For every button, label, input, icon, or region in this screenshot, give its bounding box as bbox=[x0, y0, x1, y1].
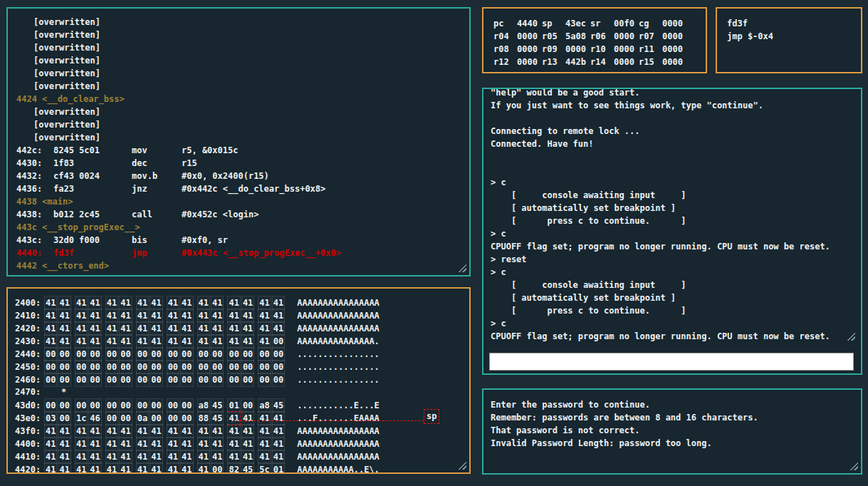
memory-byte: 41 bbox=[136, 424, 149, 438]
register-value: 0000 bbox=[662, 57, 683, 67]
memory-byte: 41 bbox=[272, 309, 285, 323]
memory-ascii: AAAAAAAAAAAAAAAA bbox=[297, 426, 380, 436]
memory-word: 0000 bbox=[227, 360, 255, 374]
memory-byte: 00 bbox=[180, 360, 193, 374]
memory-byte: 00 bbox=[58, 373, 70, 387]
memory-byte: 41 bbox=[180, 450, 193, 464]
register-name: r12 bbox=[493, 56, 517, 68]
memory-byte: 41 bbox=[119, 321, 132, 336]
memory-word: 4141 bbox=[44, 424, 72, 438]
memory-byte: 41 bbox=[136, 437, 149, 451]
memory-byte: 41 bbox=[241, 334, 254, 348]
disassembly-instruction: 442c:8245 5c01movr5, &0x015c bbox=[16, 144, 469, 157]
memory-byte: 00 bbox=[211, 347, 224, 361]
resize-grip-icon[interactable] bbox=[850, 462, 858, 470]
memory-byte: 41 bbox=[75, 450, 88, 464]
memory-byte: 00 bbox=[44, 347, 57, 361]
memory-byte: 41 bbox=[58, 450, 70, 464]
memory-byte: 00 bbox=[167, 347, 179, 361]
memory-byte: 00 bbox=[75, 347, 88, 361]
current-instruction-bytes: fd3f bbox=[727, 17, 861, 30]
memory-byte: 00 bbox=[180, 373, 193, 387]
instruction-address: 442c: bbox=[16, 144, 53, 157]
register-value: 4440 bbox=[517, 19, 538, 29]
memory-row: 4420:41414141414141414141410082455c01AAA… bbox=[15, 462, 469, 474]
memory-word: 4141 bbox=[105, 450, 133, 464]
memory-byte: 41 bbox=[105, 450, 118, 464]
memory-byte: 41 bbox=[197, 450, 210, 464]
memory-byte: 41 bbox=[241, 321, 254, 336]
memory-word: 4141 bbox=[227, 437, 255, 451]
memory-word: 4141 bbox=[227, 321, 255, 336]
memory-word: 0000 bbox=[227, 373, 255, 387]
memory-byte: 41 bbox=[150, 462, 162, 474]
memory-byte: 41 bbox=[180, 296, 193, 310]
instruction-operands: #0x0, 0x2400(r15) bbox=[182, 171, 269, 181]
memory-byte: 41 bbox=[88, 296, 101, 310]
memory-byte: 41 bbox=[197, 334, 210, 348]
memory-byte: 41 bbox=[136, 309, 149, 323]
memory-byte: 41 bbox=[197, 296, 210, 310]
memory-byte: 41 bbox=[227, 296, 240, 310]
memory-word: 4141 bbox=[227, 296, 255, 310]
debugger-console-input[interactable] bbox=[489, 353, 854, 371]
memory-byte: 00 bbox=[88, 398, 101, 413]
memory-byte: 41 bbox=[119, 437, 132, 451]
memory-row: 2460:00000000000000000000000000000000...… bbox=[15, 373, 469, 386]
memory-byte: 41 bbox=[119, 462, 132, 474]
memory-word: 0300 bbox=[44, 411, 72, 425]
memory-byte: 00 bbox=[105, 398, 118, 413]
memory-byte: 01 bbox=[272, 462, 285, 474]
console-line: [ automatically set breakpoint ] bbox=[491, 291, 854, 304]
memory-byte: 00 bbox=[211, 360, 224, 374]
memory-byte: 41 bbox=[119, 424, 132, 438]
disassembly-overwritten-line: [overwritten] bbox=[16, 29, 469, 41]
console-output[interactable]: "help" would be a good start.If you just… bbox=[483, 89, 861, 343]
memory-byte: 41 bbox=[136, 450, 149, 464]
debugger-page: { "colors": { "page_bg": "#1c2b34", "pan… bbox=[0, 0, 868, 486]
memory-byte: 41 bbox=[136, 296, 149, 310]
memory-word: 8845 bbox=[197, 411, 225, 425]
disassembly-overwritten-line: [overwritten] bbox=[16, 67, 469, 80]
memory-byte: 41 bbox=[136, 462, 149, 474]
register-value: 0000 bbox=[517, 31, 538, 41]
memory-word: 4141 bbox=[227, 309, 255, 323]
memory-byte: 00 bbox=[150, 398, 162, 413]
memory-byte: 00 bbox=[136, 347, 149, 361]
disassembly-lines: [overwritten][overwritten][overwritten][… bbox=[16, 16, 469, 272]
register-cell: cg0000 bbox=[639, 17, 687, 30]
memory-rows: 2400:41414141414141414141414141414141AAA… bbox=[15, 296, 469, 474]
memory-byte: 00 bbox=[241, 398, 254, 413]
memory-word: 4141 bbox=[197, 437, 225, 451]
memory-word: 8245 bbox=[227, 462, 255, 474]
memory-word: 4141 bbox=[227, 411, 255, 425]
memory-byte: 41 bbox=[241, 296, 254, 310]
memory-byte: 41 bbox=[167, 437, 179, 451]
memory-byte: 41 bbox=[272, 437, 285, 451]
memory-row: 43f0:41414141414141414141414141414141AAA… bbox=[15, 424, 469, 437]
memory-word: 4141 bbox=[75, 309, 103, 323]
resize-grip-icon[interactable] bbox=[459, 462, 466, 470]
register-cell: r13442b bbox=[542, 56, 590, 68]
console-line: Connecting to remote lock ... bbox=[491, 125, 854, 138]
console-line: CPUOFF flag set; program no longer runni… bbox=[491, 330, 854, 343]
disassembly-overwritten-line: [overwritten] bbox=[16, 54, 469, 67]
register-name: r04 bbox=[493, 30, 517, 43]
memory-word: 4141 bbox=[258, 450, 286, 464]
memory-word: 0000 bbox=[136, 398, 164, 413]
resize-grip-icon[interactable] bbox=[459, 264, 466, 272]
disassembly-symbol-label: 443c <__stop_progExec__> bbox=[16, 221, 469, 234]
memory-address: 2430: bbox=[15, 335, 44, 348]
register-name: pc bbox=[493, 17, 517, 30]
current-instruction-text: jmp $-0x4 bbox=[727, 30, 861, 43]
memory-byte: 00 bbox=[105, 411, 118, 425]
memory-word: 4141 bbox=[227, 334, 255, 348]
register-cell: r100000 bbox=[590, 43, 639, 56]
instruction-mnemonic: jnz bbox=[132, 182, 182, 195]
register-value: 43ec bbox=[565, 19, 586, 29]
memory-byte: 41 bbox=[88, 334, 101, 348]
memory-byte: 41 bbox=[58, 437, 70, 451]
memory-word: 4141 bbox=[44, 296, 72, 310]
memory-word: 4141 bbox=[136, 296, 164, 310]
resize-grip-icon[interactable] bbox=[847, 333, 855, 341]
